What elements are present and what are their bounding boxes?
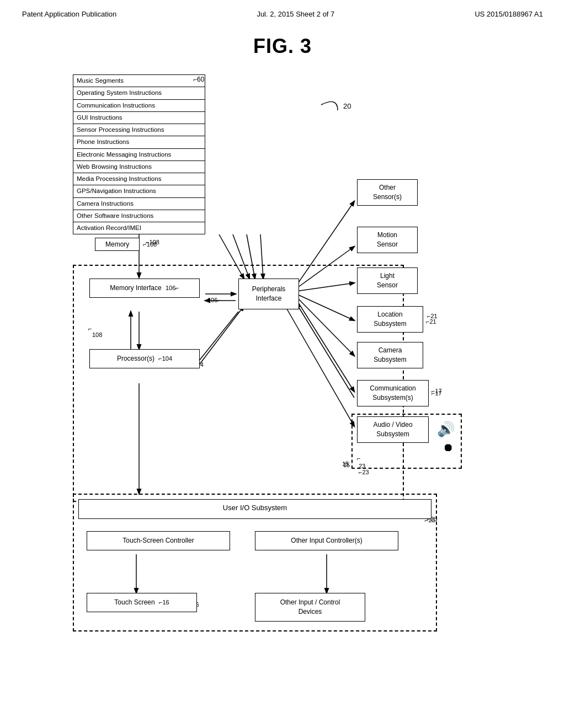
touch-screen-controller-box: Touch-Screen Controller (87, 531, 230, 550)
camera-subsystem-box: Camera Subsystem (357, 342, 423, 368)
ref-17: ⌐17 (431, 388, 442, 394)
header-left: Patent Application Publication (22, 10, 116, 18)
memory-item-13: Activation Record/IMEI (73, 222, 205, 234)
page-header: Patent Application Publication Jul. 2, 2… (0, 0, 565, 24)
speaker-icon: 🔊 (437, 421, 455, 438)
memory-item-6: Phone Instructions (73, 136, 205, 148)
memory-item-3: Communication Instructions (73, 100, 205, 112)
other-sensors-box: Other Sensor(s) (357, 179, 418, 206)
memory-item-1: Music Segments (73, 75, 205, 87)
memory-interface-box: Memory Interface 106⌐ (89, 279, 200, 298)
audio-video-box: Audio / Video Subsystem (357, 416, 429, 443)
communication-subsystem-box: Communication Subsystem(s) (357, 380, 429, 406)
ref-23-user-io: ⌐23 (427, 516, 438, 522)
ref-60: ⌐60 (193, 76, 204, 83)
memory-item-2: Operating System Instructions (73, 87, 205, 99)
memory-list: Music Segments Operating System Instruct… (73, 74, 205, 251)
memory-label-box: Memory (95, 238, 140, 251)
diagram: 20 ⌐108 ⌐ 108 ⌐104 (56, 74, 509, 654)
mic-icon: ⏺ (443, 441, 454, 454)
header-center: Jul. 2, 2015 Sheet 2 of 7 (257, 10, 334, 18)
figure-title: FIG. 3 (0, 35, 565, 58)
other-input-devices-box: Other Input / Control Devices (255, 593, 365, 622)
memory-item-9: Media Processing Instructions (73, 173, 205, 185)
memory-item-8: Web Browsing Instructions (73, 161, 205, 173)
memory-item-5: Sensor Processing Instructions (73, 124, 205, 136)
light-sensor-box: Light Sensor (357, 267, 418, 294)
other-input-controller-box: Other Input Controller(s) (255, 531, 398, 550)
header-right: US 2015/0188967 A1 (475, 10, 543, 18)
memory-item-11: Camera Instructions (73, 198, 205, 210)
memory-item-4: GUI Instructions (73, 112, 205, 124)
touch-screen-box: Touch Screen ⌐16 (87, 593, 197, 612)
location-subsystem-box: Location Subsystem (357, 306, 423, 333)
memory-item-10: GPS/Navigation Instructions (73, 185, 205, 197)
memory-ref-num: ⌐108 (143, 241, 157, 248)
memory-item-7: Electronic Messaging Instructions (73, 149, 205, 161)
ref-21: ⌐21 (427, 313, 438, 319)
peripherals-interface-box: Peripherals Interface (238, 279, 299, 309)
memory-items-container: Music Segments Operating System Instruct… (73, 74, 205, 234)
ref-15: 15 (343, 462, 350, 468)
processor-box: Processor(s) ⌐104 (89, 349, 200, 368)
memory-item-12: Other Software Instructions (73, 210, 205, 222)
ref-23-audio: ⌐23 (359, 469, 369, 475)
user-io-label: User I/O Subsystem (78, 499, 431, 519)
svg-text:20: 20 (343, 102, 351, 110)
motion-sensor-box: Motion Sensor (357, 227, 418, 253)
